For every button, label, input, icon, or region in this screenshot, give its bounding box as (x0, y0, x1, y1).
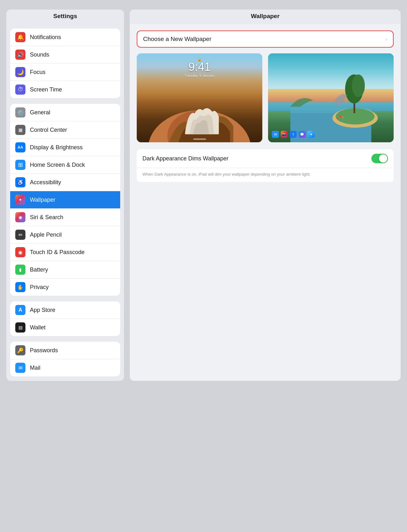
control-center-label: Control Center (30, 127, 67, 133)
sidebar-item-control-center[interactable]: ▦ Control Center (10, 121, 120, 139)
passwords-icon: 🔑 (15, 345, 25, 355)
focus-label: Focus (30, 69, 45, 76)
sidebar-item-mail[interactable]: ✉ Mail (10, 359, 120, 376)
accessibility-label: Accessibility (30, 179, 61, 186)
touch-id-passcode-icon: ◉ (15, 247, 25, 257)
control-center-icon: ▦ (15, 125, 25, 135)
focus-icon: 🌙 (15, 67, 25, 77)
apple-pencil-label: Apple Pencil (30, 232, 62, 238)
sidebar-item-sounds[interactable]: 🔊 Sounds (10, 46, 120, 64)
general-label: General (30, 109, 50, 116)
sidebar-item-app-store[interactable]: A App Store (10, 301, 120, 319)
main-title: Wallpaper (130, 10, 401, 24)
app-store-icon: A (15, 305, 25, 315)
wallpaper-icon: ✦ (15, 195, 25, 205)
svg-point-10 (342, 117, 344, 118)
app-store-label: App Store (30, 307, 55, 313)
sidebar-item-passwords[interactable]: 🔑 Passwords (10, 342, 120, 359)
battery-label: Battery (30, 266, 48, 273)
dark-appearance-section: Dark Appearance Dims Wallpaper When Dark… (137, 149, 394, 182)
svg-point-9 (339, 115, 342, 118)
lock-date: Tuesday, 9 January (137, 74, 262, 77)
dark-appearance-toggle[interactable] (371, 154, 388, 163)
sidebar-item-wallet[interactable]: ▤ Wallet (10, 319, 120, 336)
home-screen-dock-label: Home Screen & Dock (30, 162, 85, 168)
lock-screen-preview[interactable]: 🔒 9:41 Tuesday, 9 January (137, 53, 262, 142)
sidebar-item-battery[interactable]: ▮ Battery (10, 261, 120, 279)
notifications-icon: 🔔 (15, 32, 25, 42)
choose-wallpaper-row[interactable]: Choose a New Wallpaper › (137, 30, 394, 48)
rock-illustration (137, 84, 262, 142)
home-app-icons: ✉ 📷 f 💬 ✦ (272, 131, 314, 138)
display-brightness-label: Display & Brightness (30, 144, 83, 151)
sidebar-item-screen-time[interactable]: ⏱ Screen Time (10, 81, 120, 98)
sidebar-group-3: A App Store ▤ Wallet (10, 301, 120, 336)
chevron-right-icon: › (385, 36, 387, 43)
wallet-label: Wallet (30, 324, 45, 331)
sidebar-group-4: 🔑 Passwords ✉ Mail (10, 342, 120, 376)
messenger-app-icon: 💬 (299, 131, 306, 138)
sidebar-item-accessibility[interactable]: ♿ Accessibility (10, 174, 120, 191)
notifications-label: Notifications (30, 34, 61, 41)
privacy-label: Privacy (30, 284, 49, 291)
passwords-label: Passwords (30, 347, 58, 354)
facebook-app-icon: f (290, 131, 297, 138)
wallpaper-previews: 🔒 9:41 Tuesday, 9 January (137, 53, 394, 142)
sidebar-item-focus[interactable]: 🌙 Focus (10, 64, 120, 81)
accessibility-icon: ♿ (15, 177, 25, 187)
sidebar-item-touch-id-passcode[interactable]: ◉ Touch ID & Passcode (10, 244, 120, 261)
sidebar-item-display-brightness[interactable]: AA Display & Brightness (10, 139, 120, 156)
extra-app-icon: ✦ (307, 131, 314, 138)
sidebar-item-privacy[interactable]: ✋ Privacy (10, 279, 120, 296)
home-screen-preview[interactable]: ✉ 📷 f 💬 ✦ (268, 53, 394, 142)
mail-icon: ✉ (15, 363, 25, 373)
lock-time: 9:41 (137, 60, 262, 74)
sidebar-group-1: 🔔 Notifications 🔊 Sounds 🌙 Focus ⏱ Scree… (10, 29, 120, 98)
sounds-icon: 🔊 (15, 50, 25, 60)
sidebar-item-apple-pencil[interactable]: ✏ Apple Pencil (10, 226, 120, 244)
sounds-label: Sounds (30, 51, 49, 58)
sidebar-item-siri-search[interactable]: ◉ Siri & Search (10, 209, 120, 226)
sidebar-item-wallpaper[interactable]: ✦ Wallpaper (10, 191, 120, 209)
display-brightness-icon: AA (15, 142, 25, 152)
choose-wallpaper-label: Choose a New Wallpaper (143, 36, 211, 43)
mail-app-icon: ✉ (272, 131, 279, 138)
sidebar-item-home-screen-dock[interactable]: ⊞ Home Screen & Dock (10, 156, 120, 174)
sidebar: Settings 🔔 Notifications 🔊 Sounds 🌙 Focu… (6, 10, 124, 381)
screen-time-icon: ⏱ (15, 84, 25, 95)
wallet-icon: ▤ (15, 322, 25, 333)
privacy-icon: ✋ (15, 282, 25, 292)
sidebar-scroll: 🔔 Notifications 🔊 Sounds 🌙 Focus ⏱ Scree… (6, 24, 124, 381)
general-icon: ⚙️ (15, 107, 25, 118)
sidebar-item-notifications[interactable]: 🔔 Notifications (10, 29, 120, 46)
siri-search-icon: ◉ (15, 212, 25, 222)
toggle-knob (379, 154, 387, 163)
main-body: Choose a New Wallpaper › 🔒 9:41 Tuesday,… (130, 24, 401, 188)
screen-time-label: Screen Time (30, 86, 62, 93)
main-content: Wallpaper Choose a New Wallpaper › 🔒 9:4… (130, 10, 401, 381)
sidebar-title: Settings (6, 10, 124, 24)
mail-label: Mail (30, 365, 40, 371)
siri-search-label: Siri & Search (30, 214, 63, 221)
svg-point-8 (352, 74, 365, 97)
wallpaper-label: Wallpaper (30, 197, 55, 203)
dark-appearance-row: Dark Appearance Dims Wallpaper (137, 149, 394, 168)
sidebar-group-2: ⚙️ General ▦ Control Center AA Display &… (10, 104, 120, 296)
apple-pencil-icon: ✏ (15, 230, 25, 240)
touch-id-passcode-label: Touch ID & Passcode (30, 249, 85, 256)
svg-point-11 (336, 117, 338, 119)
battery-icon: ▮ (15, 265, 25, 275)
dark-appearance-desc: When Dark Appearance is on, iPad will di… (137, 168, 394, 182)
sidebar-item-general[interactable]: ⚙️ General (10, 104, 120, 121)
dark-appearance-label: Dark Appearance Dims Wallpaper (142, 155, 228, 162)
instagram-app-icon: 📷 (281, 131, 288, 138)
home-screen-dock-icon: ⊞ (15, 160, 25, 170)
